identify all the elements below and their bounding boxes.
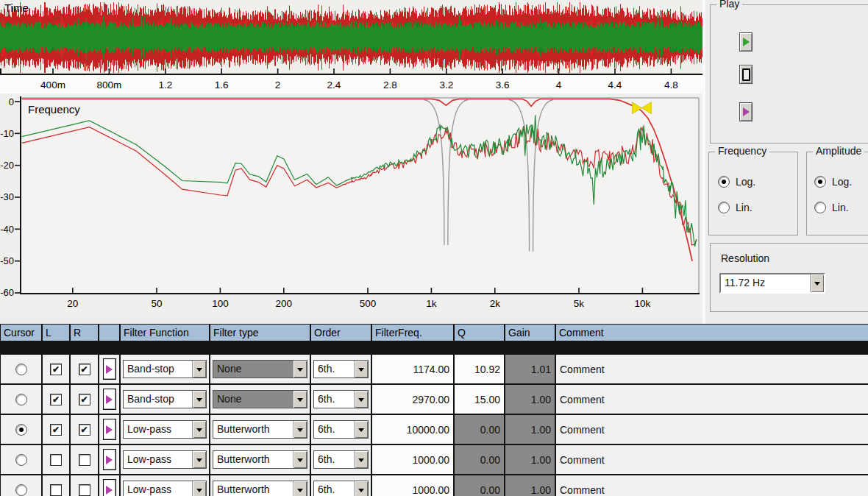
chevron-down-icon[interactable]: [293, 451, 307, 468]
order-select-value: 6th.: [314, 391, 354, 408]
play-original-button[interactable]: [739, 32, 753, 52]
right-checkbox[interactable]: [79, 454, 90, 466]
chevron-down-icon[interactable]: [293, 391, 307, 408]
left-checkbox[interactable]: ✔: [50, 364, 62, 375]
chevron-down-icon[interactable]: [354, 361, 368, 378]
filter-type-select[interactable]: Butterworth: [213, 420, 307, 439]
chevron-down-icon[interactable]: [293, 361, 307, 378]
order-select[interactable]: 6th.: [313, 481, 369, 496]
filter-type-select[interactable]: None: [213, 360, 307, 378]
chevron-down-icon[interactable]: [354, 421, 368, 438]
cursor-cell: [1, 445, 41, 474]
gain-cell[interactable]: 1.00: [505, 475, 555, 496]
filter-freq-cell[interactable]: 10000.00: [372, 415, 453, 444]
cursor-radio[interactable]: [15, 424, 27, 436]
filter-function-select-cell: Low-pass: [121, 475, 209, 496]
filter-type-select[interactable]: Butterworth: [213, 481, 307, 496]
row-play-button[interactable]: [103, 479, 116, 496]
chevron-down-icon[interactable]: [354, 391, 368, 408]
comment-cell[interactable]: Comment: [556, 475, 868, 496]
chevron-down-icon[interactable]: [293, 421, 307, 438]
row-play-button[interactable]: [103, 389, 116, 410]
q-cell[interactable]: 10.92: [455, 355, 504, 383]
svg-text:-50: -50: [0, 255, 14, 266]
play-group-label: Play: [716, 0, 742, 10]
cursor-radio[interactable]: [15, 454, 27, 466]
cursor-radio[interactable]: [15, 364, 27, 375]
filter-freq-cell[interactable]: 2970.00: [372, 385, 453, 414]
filter-freq-cell[interactable]: 1174.00: [372, 355, 453, 383]
chevron-down-icon[interactable]: [192, 481, 206, 496]
svg-text:1k: 1k: [426, 298, 437, 309]
resolution-label: Resolution: [721, 252, 769, 264]
resolution-combobox[interactable]: 11.72 Hz: [719, 273, 825, 294]
filter-type-select-value: Butterworth: [213, 481, 293, 496]
order-select[interactable]: 6th.: [313, 360, 369, 378]
q-cell[interactable]: 0.00: [455, 415, 504, 444]
chevron-down-icon[interactable]: [192, 421, 206, 438]
left-checkbox[interactable]: [50, 484, 62, 496]
filter-function-select[interactable]: Low-pass: [123, 420, 207, 439]
play-filtered-button[interactable]: [739, 102, 753, 121]
right-checkbox[interactable]: ✔: [79, 364, 90, 375]
gain-cell[interactable]: 1.00: [505, 445, 555, 474]
filter-type-select[interactable]: Butterworth: [213, 450, 307, 469]
filter-freq-cell[interactable]: 1000.00: [372, 445, 453, 474]
radio-selected-icon: [814, 176, 826, 188]
left-checkbox[interactable]: ✔: [50, 394, 62, 405]
frequency-lin-radio[interactable]: Lin.: [718, 202, 753, 213]
cursor-cell: [1, 385, 41, 414]
comment-cell[interactable]: Comment: [556, 445, 868, 474]
cursor-radio[interactable]: [15, 394, 27, 405]
amplitude-lin-radio[interactable]: Lin.: [814, 202, 849, 213]
right-checkbox[interactable]: ✔: [79, 394, 90, 405]
right-checkbox[interactable]: [79, 484, 90, 496]
q-cell[interactable]: 0.00: [455, 475, 504, 496]
row-play-button[interactable]: [103, 449, 116, 470]
filter-freq-cell[interactable]: 1000.00: [372, 475, 453, 496]
gain-cell[interactable]: 1.00: [505, 415, 555, 444]
q-cell[interactable]: 15.00: [455, 385, 504, 414]
row-play-button[interactable]: [103, 358, 116, 380]
cursor-radio[interactable]: [15, 484, 27, 496]
left-checkbox[interactable]: ✔: [50, 424, 62, 436]
filter-type-select-cell: None: [210, 385, 310, 414]
left-checkbox[interactable]: [50, 454, 62, 466]
comment-cell[interactable]: Comment: [556, 415, 868, 444]
chevron-down-icon[interactable]: [810, 274, 824, 292]
chevron-down-icon[interactable]: [192, 391, 206, 408]
chevron-down-icon[interactable]: [354, 481, 368, 496]
chevron-down-icon[interactable]: [293, 481, 307, 496]
order-select[interactable]: 6th.: [313, 420, 369, 439]
amplitude-log-radio[interactable]: Log.: [814, 176, 852, 188]
col-header-r: R: [71, 325, 98, 341]
row-play-button[interactable]: [103, 419, 116, 440]
filter-function-select[interactable]: Low-pass: [123, 481, 207, 496]
filter-type-select-cell: Butterworth: [210, 415, 310, 444]
play-icon-magenta: [743, 107, 750, 116]
frequency-log-radio[interactable]: Log.: [718, 176, 755, 188]
frequency-plot: 0-10-20-30-40-50-6020501002005001k2k5k10…: [0, 93, 702, 318]
filter-function-select[interactable]: Band-stop: [123, 360, 207, 378]
filter-function-select-cell: Band-stop: [121, 355, 209, 383]
filter-type-select[interactable]: None: [213, 390, 307, 408]
order-select[interactable]: 6th.: [313, 450, 369, 469]
gain-cell[interactable]: 1.01: [505, 355, 555, 383]
chevron-down-icon[interactable]: [354, 451, 368, 468]
svg-text:4.8: 4.8: [664, 79, 678, 91]
chevron-down-icon[interactable]: [192, 451, 206, 468]
filter-function-select[interactable]: Low-pass: [123, 450, 207, 469]
order-select[interactable]: 6th.: [313, 390, 369, 408]
stop-button[interactable]: [739, 65, 753, 84]
gain-cell[interactable]: 1.00: [505, 385, 555, 414]
filter-function-select[interactable]: Band-stop: [123, 390, 207, 408]
svg-text:2.8: 2.8: [383, 79, 397, 91]
q-cell[interactable]: 0.00: [455, 445, 504, 474]
chevron-down-icon[interactable]: [192, 361, 206, 378]
comment-cell[interactable]: Comment: [556, 385, 868, 414]
stop-icon: [742, 68, 750, 81]
svg-text:2: 2: [275, 79, 281, 91]
right-checkbox[interactable]: ✔: [79, 424, 90, 436]
comment-cell[interactable]: Comment: [556, 355, 868, 383]
col-header-row-play: [99, 325, 119, 341]
